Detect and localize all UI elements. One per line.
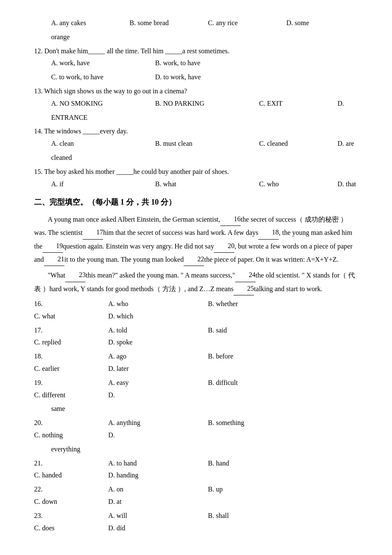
- blank-16: 16: [220, 213, 241, 226]
- blank-18: 18: [258, 226, 279, 239]
- passage-p1g: it to the young man. The young man looke…: [64, 256, 184, 263]
- q16-opt-a: A. who: [108, 298, 206, 310]
- q23-opt-a: A. will: [108, 510, 206, 522]
- q11-options-line1: A. any cakes B. some bread C. any rice D…: [51, 17, 358, 29]
- q17-opt-d: D. spoke: [108, 338, 133, 346]
- q20-opt-d-label: D.: [108, 431, 115, 439]
- q17-options: 17. A. told B. said C. replied D. spoke: [34, 324, 358, 349]
- q14-text: 14. The windows _____every day.: [34, 125, 358, 138]
- blank-21: 21: [44, 253, 64, 266]
- q14-options2: cleaned: [51, 152, 358, 164]
- q14-opt-c: C. cleaned: [259, 138, 331, 150]
- q21-opt-d: D. handing: [108, 471, 138, 479]
- q12: 12. Don't make him_____ all the time. Te…: [34, 45, 358, 84]
- q21-opt-b: B. hand: [208, 457, 306, 470]
- q16-opt-c: C. what: [34, 310, 107, 323]
- q14-opt-d-cont: cleaned: [51, 154, 72, 161]
- q23-opt-c: C. does: [34, 522, 107, 535]
- q15-options: A. if B. what C. who D. that: [51, 178, 358, 191]
- q18-num: 18.: [34, 350, 107, 363]
- q11-options-line2: orange: [51, 31, 358, 43]
- q22: 22. A. on B. up C. down D. at: [34, 483, 358, 508]
- blank-22: 22: [184, 253, 204, 266]
- q22-opt-b: B. up: [208, 483, 306, 496]
- q14: 14. The windows _____every day. A. clean…: [34, 125, 358, 164]
- q20-num: 20.: [34, 417, 107, 429]
- q14-opt-b: B. must clean: [155, 138, 253, 150]
- q16-opt-b: B. whether: [208, 298, 306, 310]
- q21-num: 21.: [34, 457, 107, 470]
- q15-opt-b: B. what: [155, 178, 253, 191]
- section2-title: 二、完型填空。（每小题 1 分，共 10 分）: [34, 195, 358, 209]
- q18-opt-b: B. before: [208, 350, 306, 363]
- q22-opt-a: A. on: [108, 483, 206, 496]
- q12-opt-d: D. to work, have: [155, 71, 253, 84]
- q13-opt-d-cont: ENTRANCE: [51, 114, 87, 121]
- q15-opt-c: C. who: [259, 178, 331, 191]
- q12-text: 12. Don't make him_____ all the time. Te…: [34, 45, 358, 58]
- passage-p2b: this mean?" asked the young man. " A mea…: [86, 272, 235, 279]
- q22-opt-c: C. down: [34, 496, 107, 508]
- q22-num: 22.: [34, 483, 107, 496]
- q23-options: 23. A. will B. shall C. does D. did: [34, 510, 358, 535]
- q17-opt-b: B. said: [208, 324, 306, 337]
- q12-opt-b: B. work, to have: [155, 57, 253, 69]
- q19-opt-a: A. easy: [108, 377, 206, 389]
- q19-num: 19.: [34, 377, 107, 389]
- q16: 16. A. who B. whether C. what D. which: [34, 298, 358, 323]
- q19-opt-c: C. different: [34, 389, 107, 402]
- q15-opt-a: A. if: [51, 178, 149, 191]
- q13-options: A. NO SMOKING B. NO PARKING C. EXIT D.: [51, 98, 358, 110]
- q18-opt-c: C. earlier: [34, 363, 107, 375]
- q13-opt-a: A. NO SMOKING: [51, 98, 149, 110]
- q18-opt-d: D. later: [108, 365, 129, 372]
- q20: 20. A. anything B. something C. nothing …: [34, 417, 358, 455]
- passage-p2d: talking and start to work.: [254, 285, 322, 292]
- q12-opt-a: A. work, have: [51, 57, 149, 69]
- q20-opt-c: C. nothing: [34, 429, 107, 442]
- q23-opt-b: B. shall: [208, 510, 306, 522]
- q18-options: 18. A. ago B. before C. earlier D. later: [34, 350, 358, 375]
- q19-d-cont: same: [51, 403, 358, 415]
- q22-opt-d: D. at: [108, 498, 121, 505]
- q14-options: A. clean B. must clean C. cleaned D. are: [51, 138, 358, 150]
- q11-opt-a: A. any cakes: [51, 17, 124, 29]
- q19: 19. A. easy B. difficult C. different D.…: [34, 377, 358, 415]
- q13-options2: ENTRANCE: [51, 112, 358, 124]
- q16-opt-d: D. which: [108, 312, 133, 320]
- q11-opt-d-cont: orange: [51, 33, 70, 40]
- blank-20: 20: [214, 240, 234, 253]
- q20-opt-b: B. something: [208, 417, 306, 429]
- q19-options: 19. A. easy B. difficult C. different D.: [34, 377, 358, 402]
- q16-options: 16. A. who B. whether C. what D. which: [34, 298, 358, 323]
- q21-opt-a: A. to hand: [108, 457, 206, 470]
- q17: 17. A. told B. said C. replied D. spoke: [34, 324, 358, 349]
- q11-opt-d-label: D. some: [286, 19, 309, 26]
- q20-options: 20. A. anything B. something C. nothing …: [34, 417, 358, 442]
- q12-options2: C. to work, to have D. to work, have: [51, 71, 358, 84]
- blank-25: 25: [233, 282, 254, 295]
- q21-options: 21. A. to hand B. hand C. handed D. hand…: [34, 457, 358, 482]
- q18-opt-a: A. ago: [108, 350, 206, 363]
- q23-num: 23.: [34, 510, 107, 522]
- passage-p1e: question again. Einstein was very angry.…: [63, 243, 214, 250]
- q16-num: 16.: [34, 298, 107, 310]
- q14-opt-d-label: D. are: [337, 140, 354, 147]
- q22-options: 22. A. on B. up C. down D. at: [34, 483, 358, 508]
- q11-options: A. any cakes B. some bread C. any rice D…: [34, 17, 358, 43]
- passage-p2: "What23this mean?" asked the young man. …: [34, 269, 358, 295]
- passage-p1-text: A young man once asked Albert Einstein, …: [48, 216, 220, 223]
- passage-p1c: him that the secret of success was hard …: [103, 229, 258, 236]
- q20-d-cont: everything: [51, 443, 358, 456]
- q11-opt-b: B. some bread: [130, 17, 202, 29]
- q14-opt-a: A. clean: [51, 138, 149, 150]
- q13-text: 13. Which sign shows us the way to go ou…: [34, 85, 358, 98]
- passage-p1: A young man once asked Albert Einstein, …: [34, 213, 358, 266]
- q11-opt-c: C. any rice: [208, 17, 280, 29]
- q21: 21. A. to hand B. hand C. handed D. hand…: [34, 457, 358, 482]
- q12-opt-c: C. to work, to have: [51, 71, 149, 84]
- blank-23: 23: [65, 269, 86, 282]
- q12-options: A. work, have B. work, to have: [51, 57, 358, 69]
- q13: 13. Which sign shows us the way to go ou…: [34, 85, 358, 124]
- q23-opt-d: D. did: [108, 524, 125, 532]
